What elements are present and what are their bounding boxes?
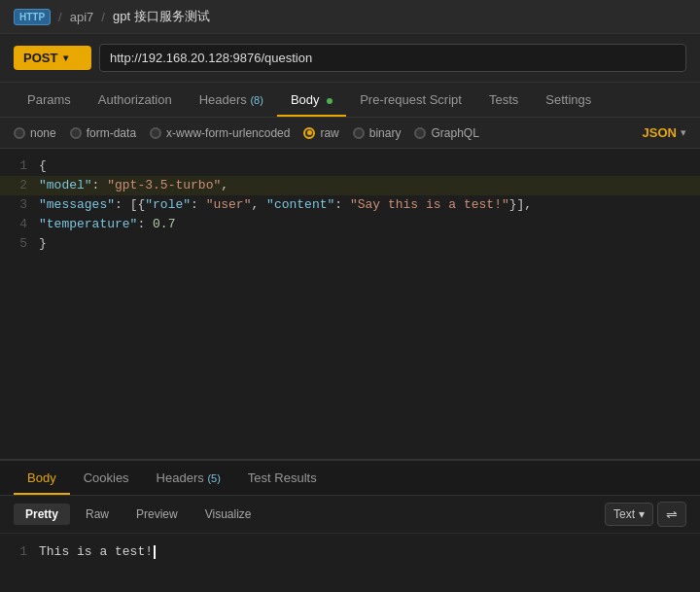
top-bar: HTTP / api7 / gpt 接口服务测试 (0, 0, 700, 34)
json-type-label: JSON (643, 125, 677, 140)
http-badge: HTTP (14, 9, 51, 25)
radio-binary-label: binary (369, 126, 402, 140)
response-content: 1 This is a test! (0, 534, 700, 592)
radio-none[interactable]: none (14, 126, 56, 140)
radio-raw-circle (303, 127, 315, 139)
breadcrumb-sep2: / (101, 10, 105, 24)
body-dot-icon (327, 98, 332, 104)
radio-none-circle (14, 127, 25, 139)
radio-graphql[interactable]: GraphQL (414, 126, 478, 140)
method-chevron-icon: ▾ (63, 52, 68, 63)
code-line-4: 4 "temperature": 0.7 (0, 215, 700, 234)
radio-graphql-label: GraphQL (431, 126, 478, 140)
radio-raw-label: raw (320, 126, 338, 140)
wrap-button[interactable]: ⇌ (657, 502, 686, 527)
radio-none-label: none (30, 126, 56, 140)
pretty-button[interactable]: Pretty (14, 504, 70, 525)
tab-authorization[interactable]: Authorization (85, 83, 186, 117)
tab-tests[interactable]: Tests (475, 83, 532, 117)
code-line-2: 2 "model": "gpt-3.5-turbo", (0, 176, 700, 195)
text-type-button[interactable]: Text ▾ (605, 503, 653, 526)
rtab-body[interactable]: Body (14, 461, 70, 495)
method-label: POST (23, 51, 57, 65)
radio-raw[interactable]: raw (303, 126, 338, 140)
request-tabs: Params Authorization Headers (8) Body Pr… (0, 83, 700, 118)
rtab-body-label: Body (27, 470, 56, 485)
radio-form-data-circle (70, 127, 82, 139)
radio-form-data-label: form-data (87, 126, 136, 140)
rtab-test-results-label: Test Results (248, 470, 317, 485)
url-input[interactable] (99, 44, 686, 72)
response-toolbar: Pretty Raw Preview Visualize Text ▾ ⇌ (0, 496, 700, 534)
bottom-panel: Body Cookies Headers (5) Test Results Pr… (0, 459, 700, 592)
body-options: none form-data x-www-form-urlencoded raw… (0, 118, 700, 149)
text-cursor (154, 545, 156, 559)
tab-prerequest[interactable]: Pre-request Script (346, 83, 475, 117)
raw-button[interactable]: Raw (74, 504, 121, 525)
breadcrumb-sep: / (58, 10, 62, 24)
tab-body[interactable]: Body (277, 83, 346, 117)
radio-urlencoded-label: x-www-form-urlencoded (166, 126, 290, 140)
radio-urlencoded-circle (150, 127, 161, 139)
json-type-selector[interactable]: JSON ▾ (643, 125, 686, 140)
response-line-1: 1 This is a test! (0, 541, 700, 563)
page-title: gpt 接口服务测试 (113, 8, 210, 25)
wrap-icon: ⇌ (666, 506, 678, 522)
radio-form-data[interactable]: form-data (70, 126, 136, 140)
radio-graphql-circle (414, 127, 426, 139)
visualize-button[interactable]: Visualize (193, 504, 263, 525)
radio-binary-circle (353, 127, 365, 139)
text-type-label: Text (613, 507, 635, 521)
rtab-headers-badge: (5) (207, 472, 220, 484)
tab-params[interactable]: Params (14, 83, 85, 117)
url-bar: POST ▾ (0, 34, 700, 83)
response-text: This is a test! (39, 541, 156, 563)
text-type-chevron-icon: ▾ (639, 507, 645, 521)
code-line-5: 5 } (0, 234, 700, 254)
method-select[interactable]: POST ▾ (14, 46, 91, 70)
code-editor[interactable]: 1 { 2 "model": "gpt-3.5-turbo", 3 "messa… (0, 149, 700, 343)
radio-urlencoded[interactable]: x-www-form-urlencoded (150, 126, 290, 140)
tab-headers[interactable]: Headers (8) (186, 83, 277, 117)
rtab-cookies[interactable]: Cookies (70, 461, 143, 495)
radio-binary[interactable]: binary (353, 126, 402, 140)
rtab-headers-label: Headers (157, 470, 204, 485)
rtab-cookies-label: Cookies (84, 470, 129, 485)
api-name: api7 (70, 10, 94, 24)
preview-button[interactable]: Preview (124, 504, 190, 525)
rtab-headers[interactable]: Headers (5) (143, 461, 234, 495)
code-line-3: 3 "messages": [{"role": "user", "content… (0, 195, 700, 215)
response-tabs: Body Cookies Headers (5) Test Results (0, 461, 700, 496)
code-line-1: 1 { (0, 157, 700, 176)
json-type-chevron-icon: ▾ (681, 126, 686, 139)
tab-settings[interactable]: Settings (532, 83, 605, 117)
rtab-test-results[interactable]: Test Results (234, 461, 331, 495)
